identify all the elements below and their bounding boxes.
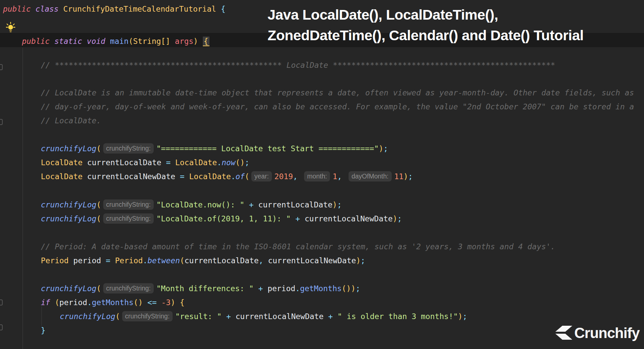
code-layer: public class CrunchifyDateTimeCalendarTu… xyxy=(0,0,644,349)
code-line[interactable]: LocalDate currentLocalNewDate = LocalDat… xyxy=(41,170,413,183)
code-line[interactable]: // LocalDate is an immutable date-time o… xyxy=(41,86,634,100)
parameter-hint: month: xyxy=(304,171,330,181)
code-line[interactable]: crunchifyLog(crunchifyString:"LocalDate.… xyxy=(41,212,402,226)
crunchify-logo-text: Crunchify xyxy=(574,325,639,341)
code-line[interactable]: crunchifyLog(crunchifyString:"==========… xyxy=(41,142,388,156)
parameter-hint: crunchifyString: xyxy=(103,199,154,210)
code-line[interactable]: if (period.getMonths() <= -3) { xyxy=(41,295,185,309)
code-line[interactable]: public class CrunchifyDateTimeCalendarTu… xyxy=(3,2,225,16)
crunchify-logo: Crunchify xyxy=(555,325,639,341)
code-line[interactable]: // day-of-year, day-of-week and week-of-… xyxy=(41,100,634,114)
parameter-hint: dayOfMonth: xyxy=(349,171,392,181)
code-editor[interactable]: public class CrunchifyDateTimeCalendarTu… xyxy=(0,0,644,349)
code-line[interactable]: crunchifyLog(crunchifyString:"result: " … xyxy=(60,309,467,323)
parameter-hint: crunchifyString: xyxy=(122,311,173,321)
code-line[interactable]: } xyxy=(41,323,45,337)
title-line-2: ZonedDateTime(), Calendar() and Date() T… xyxy=(268,25,584,46)
parameter-hint: crunchifyString: xyxy=(103,213,154,224)
parameter-hint: crunchifyString: xyxy=(103,283,154,293)
code-line[interactable]: // LocalDate. xyxy=(41,114,101,128)
crunchify-chevron-icon xyxy=(555,326,572,340)
title-line-1: Java LocalDate(), LocalDateTime(), xyxy=(268,4,584,25)
code-line[interactable]: crunchifyLog(crunchifyString:"LocalDate.… xyxy=(41,198,342,212)
code-line[interactable]: crunchifyLog(crunchifyString:"Month diff… xyxy=(41,282,360,295)
code-line[interactable]: // *************************************… xyxy=(41,58,555,72)
code-line[interactable]: public static void main(String[] args) { xyxy=(22,34,209,48)
code-line[interactable]: Period period = Period.between(currentLo… xyxy=(41,254,365,268)
parameter-hint: year: xyxy=(251,171,272,181)
parameter-hint: crunchifyString: xyxy=(103,143,154,154)
code-line[interactable]: LocalDate currentLocalDate = LocalDate.n… xyxy=(41,156,249,170)
video-title: Java LocalDate(), LocalDateTime(), Zoned… xyxy=(268,4,584,46)
code-line[interactable]: // Period: A date-based amount of time i… xyxy=(41,240,555,254)
